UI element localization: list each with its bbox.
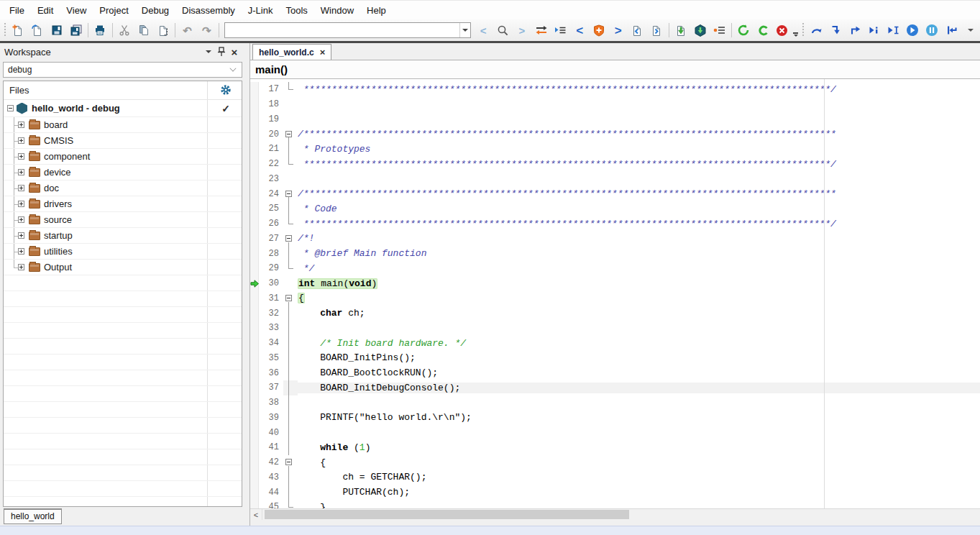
breakpoint-gutter[interactable] — [250, 246, 259, 261]
workspace-tab[interactable]: hello_world — [4, 508, 62, 524]
search-input[interactable] — [225, 24, 459, 37]
stop-icon[interactable] — [773, 22, 792, 39]
fold-margin[interactable] — [283, 291, 298, 306]
code-text[interactable]: BOARD_InitDebugConsole(); — [298, 383, 980, 393]
code-line-43[interactable]: 43 ch = GETCHAR(); — [250, 470, 980, 485]
download-icon[interactable] — [672, 22, 691, 39]
new-file-icon[interactable] — [9, 22, 28, 39]
code-text[interactable]: BOARD_InitPins(); — [298, 352, 980, 363]
code-line-35[interactable]: 35 BOARD_InitPins(); — [250, 351, 980, 366]
code-line-19[interactable]: 19 — [250, 112, 980, 127]
collapse-icon[interactable] — [7, 105, 14, 111]
breakpoint-gutter[interactable] — [250, 127, 259, 142]
breakpoint-gutter[interactable] — [250, 112, 259, 127]
fold-margin[interactable] — [283, 97, 298, 112]
tree-item-utilities[interactable]: utilities — [4, 244, 242, 260]
fold-margin[interactable] — [283, 112, 298, 127]
chevron-down-icon[interactable] — [459, 23, 470, 37]
code-line-26[interactable]: 26 *************************************… — [250, 216, 980, 232]
code-text[interactable]: ****************************************… — [298, 159, 980, 170]
code-line-44[interactable]: 44 PUTCHAR(ch); — [250, 485, 980, 500]
cut-icon[interactable] — [115, 22, 134, 39]
breakpoint-gutter[interactable] — [250, 336, 259, 351]
code-text[interactable]: while (1) — [298, 442, 980, 453]
fold-margin[interactable] — [283, 261, 298, 276]
code-line-39[interactable]: 39 PRINTF("hello world.\r\n"); — [250, 411, 980, 426]
breakpoint-gutter[interactable] — [250, 500, 259, 508]
code-text[interactable]: ch = GETCHAR(); — [298, 472, 980, 483]
swap-arrows-icon[interactable] — [531, 22, 551, 39]
fold-margin[interactable] — [283, 142, 298, 157]
breakpoint-gutter[interactable] — [250, 276, 259, 291]
fold-margin[interactable] — [283, 351, 298, 366]
code-text[interactable]: /* Init board hardware. */ — [298, 338, 980, 349]
copy-icon[interactable] — [134, 22, 154, 39]
fold-collapse-icon[interactable] — [285, 459, 292, 465]
code-line-30[interactable]: 30int main(void) — [250, 276, 980, 291]
breakpoint-gutter[interactable] — [250, 455, 259, 470]
code-line-40[interactable]: 40 — [250, 425, 980, 440]
expand-icon[interactable] — [18, 153, 24, 160]
breakpoint-gutter[interactable] — [250, 291, 259, 306]
scroll-left-button[interactable]: < — [250, 509, 262, 520]
download-debug-icon[interactable] — [690, 22, 710, 39]
code-line-21[interactable]: 21 * Prototypes — [250, 142, 980, 157]
code-line-38[interactable]: 38 — [250, 395, 980, 411]
breakpoint-gutter[interactable] — [250, 365, 259, 380]
function-selector-bar[interactable]: main() — [250, 60, 980, 79]
tree-item-source[interactable]: source — [4, 212, 242, 228]
tree-item-output[interactable]: Output — [4, 260, 242, 275]
code-text[interactable]: int main(void) — [298, 278, 980, 289]
breakpoint-gutter[interactable] — [250, 440, 259, 455]
breakpoint-gutter[interactable] — [250, 306, 259, 321]
expand-icon[interactable] — [18, 185, 24, 191]
menu-edit[interactable]: Edit — [31, 3, 60, 18]
menu-help[interactable]: Help — [360, 3, 393, 18]
expand-icon[interactable] — [18, 137, 24, 144]
breakpoint-gutter[interactable] — [250, 172, 259, 187]
step-into-icon[interactable] — [826, 22, 846, 39]
breakpoint-gutter[interactable] — [250, 97, 259, 112]
expand-icon[interactable] — [18, 216, 24, 223]
tree-item-doc[interactable]: doc — [4, 180, 242, 196]
breakpoint-gutter[interactable] — [250, 395, 259, 411]
menu-view[interactable]: View — [60, 3, 93, 18]
fold-margin[interactable] — [283, 157, 298, 172]
step-over-icon[interactable] — [807, 22, 826, 39]
breakpoint-gutter[interactable] — [250, 82, 259, 97]
tree-item-startup[interactable]: startup — [4, 228, 242, 244]
code-line-29[interactable]: 29 */ — [250, 261, 980, 276]
fold-margin[interactable] — [283, 380, 298, 395]
toolbar-grip[interactable] — [3, 23, 7, 37]
prev-bookmark-icon[interactable]: < — [570, 22, 590, 39]
breakpoint-gutter[interactable] — [250, 351, 259, 366]
gear-icon[interactable] — [220, 84, 232, 96]
menu-window[interactable]: Window — [314, 3, 360, 18]
fold-margin[interactable] — [283, 172, 298, 187]
breakpoint-gutter[interactable] — [250, 485, 259, 500]
code-line-17[interactable]: 17 *************************************… — [250, 82, 980, 97]
code-text[interactable]: BOARD_BootClockRUN(); — [298, 367, 980, 378]
fold-collapse-icon[interactable] — [285, 295, 292, 301]
fold-margin[interactable] — [283, 82, 298, 97]
fold-margin[interactable] — [283, 246, 298, 261]
goto-list-icon[interactable] — [551, 22, 570, 39]
menu-debug[interactable]: Debug — [135, 3, 175, 18]
breakpoint-gutter[interactable] — [250, 470, 259, 485]
fold-collapse-icon[interactable] — [285, 235, 292, 242]
breakpoint-gutter[interactable] — [250, 380, 259, 395]
editor-tab[interactable]: hello_world.c × — [252, 44, 331, 60]
configuration-dropdown[interactable]: debug — [3, 62, 242, 78]
paste-icon[interactable] — [153, 22, 173, 39]
fold-margin[interactable] — [283, 216, 298, 232]
breakpoint-gutter[interactable] — [250, 411, 259, 426]
save-all-icon[interactable] — [66, 22, 86, 39]
breakpoint-gutter[interactable] — [250, 232, 259, 247]
fold-margin[interactable] — [283, 321, 298, 336]
code-line-37[interactable]: 37 BOARD_InitDebugConsole(); — [250, 380, 980, 395]
undo-icon[interactable]: ↶ — [178, 22, 197, 39]
reset-target-icon[interactable] — [734, 22, 754, 39]
break-icon[interactable] — [922, 22, 942, 39]
code-text[interactable]: * Prototypes — [298, 144, 980, 155]
code-line-18[interactable]: 18 — [250, 97, 980, 112]
